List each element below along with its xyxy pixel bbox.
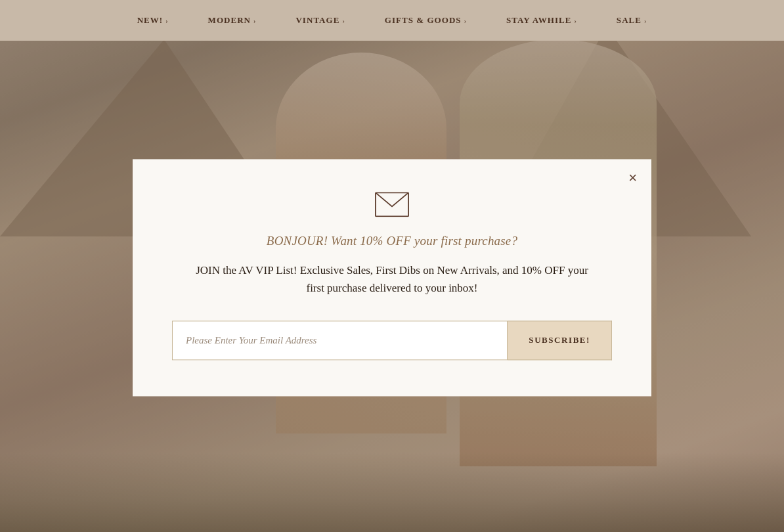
nav-item-modern[interactable]: MODERN › [208, 15, 257, 26]
chevron-down-icon: › [644, 17, 647, 24]
envelope-icon [375, 192, 409, 219]
navbar: NEW! › MODERN › VINTAGE › GIFTS & GOODS … [0, 0, 784, 41]
chevron-down-icon: › [342, 17, 345, 24]
nav-item-sale[interactable]: SALE › [617, 15, 647, 26]
nav-item-gifts[interactable]: GIFTS & GOODS › [385, 15, 467, 26]
nav-item-stay[interactable]: STAY AWHILE › [506, 15, 577, 26]
close-button[interactable]: × [628, 171, 637, 185]
modal-body-text: JOIN the AV VIP List! Exclusive Sales, F… [188, 261, 596, 297]
chevron-down-icon: › [253, 17, 256, 24]
chevron-down-icon: › [464, 17, 467, 24]
nav-item-new[interactable]: NEW! › [137, 15, 169, 26]
subscription-form: SUBSCRIBE! [172, 321, 612, 361]
chevron-down-icon: › [165, 17, 168, 24]
nav-item-vintage[interactable]: VINTAGE › [295, 15, 345, 26]
modal-headline: BONJOUR! Want 10% OFF your first purchas… [267, 234, 517, 248]
subscribe-button[interactable]: SUBSCRIBE! [508, 321, 612, 361]
email-input[interactable] [172, 321, 508, 361]
email-signup-modal: × BONJOUR! Want 10% OFF your first purch… [133, 159, 651, 396]
chevron-down-icon: › [574, 17, 577, 24]
